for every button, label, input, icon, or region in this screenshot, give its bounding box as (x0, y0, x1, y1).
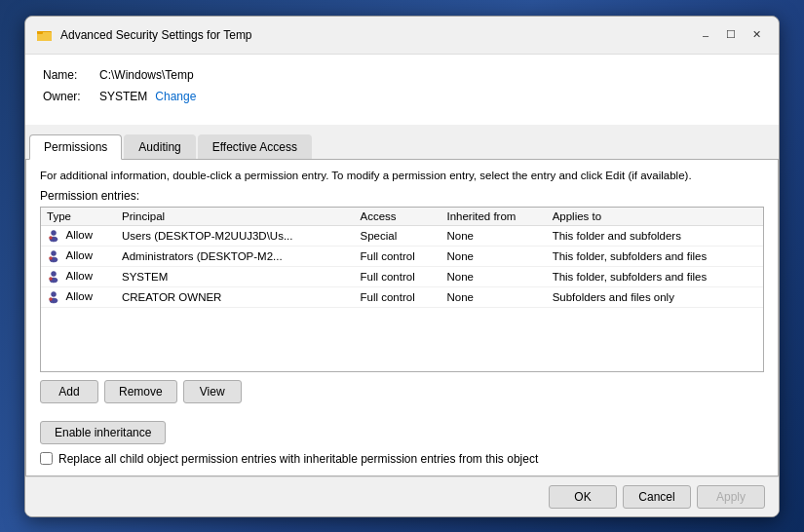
cell-type: Allow (41, 266, 116, 286)
dialog-content: Name: C:\Windows\Temp Owner: SYSTEM Chan… (25, 55, 779, 125)
svg-point-6 (50, 236, 53, 239)
owner-label: Owner: (43, 90, 92, 103)
titlebar: Advanced Security Settings for Temp – ☐ … (25, 17, 779, 55)
view-button[interactable]: View (183, 380, 242, 403)
cell-inherited: None (440, 246, 546, 266)
owner-row: Owner: SYSTEM Change (43, 90, 761, 103)
cell-access: Full control (354, 266, 440, 286)
enable-inheritance-container: Enable inheritance (40, 411, 764, 444)
svg-point-12 (50, 277, 53, 280)
cell-inherited: None (440, 286, 546, 307)
cell-applies: This folder and subfolders (547, 225, 763, 246)
titlebar-left: Advanced Security Settings for Temp (37, 27, 252, 43)
svg-point-15 (50, 297, 53, 300)
cell-access: Special (354, 225, 440, 246)
section-label: Permission entries: (40, 189, 764, 203)
table-row[interactable]: Allow CREATOR OWNERFull controlNoneSubfo… (41, 286, 763, 307)
cell-access: Full control (354, 246, 440, 266)
cell-principal: CREATOR OWNER (116, 286, 355, 307)
maximize-button[interactable]: ☐ (720, 24, 742, 46)
tab-permissions[interactable]: Permissions (29, 134, 122, 160)
name-row: Name: C:\Windows\Temp (43, 68, 761, 82)
svg-rect-3 (37, 31, 43, 34)
window-title: Advanced Security Settings for Temp (60, 28, 252, 42)
svg-point-4 (52, 230, 57, 235)
replace-checkbox-row: Replace all child object permission entr… (40, 452, 764, 466)
cell-inherited: None (440, 266, 546, 286)
main-window: Advanced Security Settings for Temp – ☐ … (24, 16, 780, 517)
cell-principal: Users (DESKTOP-M2UUJ3D\Us... (116, 225, 355, 246)
permission-table-container: Type Principal Access Inherited from App… (40, 207, 764, 372)
action-buttons: Add Remove View (40, 380, 764, 403)
cell-applies: Subfolders and files only (547, 286, 763, 307)
svg-point-7 (52, 250, 57, 255)
cell-type: Allow (41, 246, 116, 266)
col-type: Type (41, 208, 116, 226)
cell-inherited: None (440, 225, 546, 246)
add-button[interactable]: Add (40, 380, 98, 403)
tab-auditing[interactable]: Auditing (124, 134, 195, 159)
cell-applies: This folder, subfolders and files (547, 266, 763, 286)
cell-principal: SYSTEM (116, 266, 355, 286)
cell-access: Full control (354, 286, 440, 307)
name-value: C:\Windows\Temp (99, 68, 194, 82)
tab-effective-access[interactable]: Effective Access (198, 134, 312, 159)
info-text: For additional information, double-click… (40, 170, 764, 181)
permission-table: Type Principal Access Inherited from App… (41, 208, 763, 308)
minimize-button[interactable]: – (695, 24, 716, 46)
dialog-footer: OK Cancel Apply (25, 476, 779, 516)
col-applies: Applies to (547, 208, 763, 226)
replace-checkbox-label: Replace all child object permission entr… (58, 452, 538, 466)
cell-type: Allow (41, 225, 116, 246)
name-label: Name: (43, 68, 92, 82)
cell-applies: This folder, subfolders and files (547, 246, 763, 266)
close-button[interactable]: ✕ (746, 24, 767, 46)
svg-point-10 (52, 271, 57, 276)
table-row[interactable]: Allow Administrators (DESKTOP-M2...Full … (41, 246, 763, 266)
cancel-button[interactable]: Cancel (623, 485, 691, 509)
cell-principal: Administrators (DESKTOP-M2... (116, 246, 355, 266)
tab-content-permissions: For additional information, double-click… (25, 160, 779, 476)
svg-point-13 (52, 291, 57, 296)
tab-bar: Permissions Auditing Effective Access (25, 131, 779, 160)
col-inherited: Inherited from (440, 208, 546, 226)
table-row[interactable]: Allow SYSTEMFull controlNoneThis folder,… (41, 266, 763, 286)
col-principal: Principal (116, 208, 355, 226)
col-access: Access (354, 208, 440, 226)
owner-value: SYSTEM (99, 90, 147, 103)
folder-icon (37, 27, 53, 43)
replace-permissions-checkbox[interactable] (40, 452, 53, 465)
change-owner-link[interactable]: Change (155, 90, 196, 103)
svg-point-9 (50, 256, 53, 259)
table-row[interactable]: Allow Users (DESKTOP-M2UUJ3D\Us...Specia… (41, 225, 763, 246)
cell-type: Allow (41, 286, 116, 307)
remove-button[interactable]: Remove (104, 380, 177, 403)
enable-inheritance-button[interactable]: Enable inheritance (40, 421, 166, 444)
titlebar-controls: – ☐ ✕ (695, 24, 767, 46)
apply-button[interactable]: Apply (697, 485, 765, 509)
ok-button[interactable]: OK (549, 485, 617, 509)
